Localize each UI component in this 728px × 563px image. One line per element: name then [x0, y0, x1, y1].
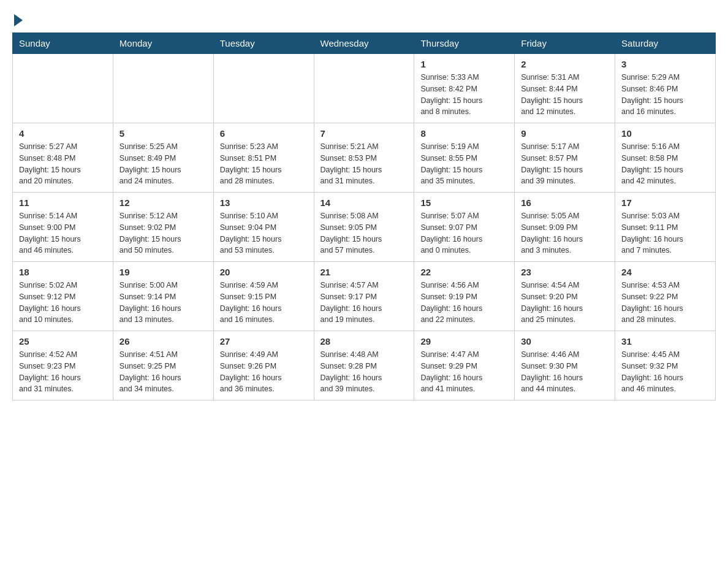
day-number: 29	[420, 336, 508, 347]
day-number: 3	[621, 59, 709, 69]
day-info: Sunrise: 5:25 AM Sunset: 8:49 PM Dayligh…	[119, 141, 207, 187]
day-info: Sunrise: 5:12 AM Sunset: 9:02 PM Dayligh…	[119, 210, 207, 256]
column-header-wednesday: Wednesday	[314, 33, 414, 54]
day-info: Sunrise: 5:14 AM Sunset: 9:00 PM Dayligh…	[19, 210, 107, 256]
day-number: 14	[320, 197, 408, 208]
day-info: Sunrise: 5:10 AM Sunset: 9:04 PM Dayligh…	[220, 210, 308, 256]
calendar-week-row: 11Sunrise: 5:14 AM Sunset: 9:00 PM Dayli…	[13, 193, 716, 262]
calendar-week-row: 1Sunrise: 5:33 AM Sunset: 8:42 PM Daylig…	[13, 54, 716, 123]
day-number: 10	[621, 128, 709, 139]
day-info: Sunrise: 4:51 AM Sunset: 9:25 PM Dayligh…	[119, 349, 207, 395]
day-number: 12	[119, 197, 207, 208]
day-number: 20	[220, 267, 308, 277]
day-number: 25	[19, 336, 107, 347]
calendar-week-row: 25Sunrise: 4:52 AM Sunset: 9:23 PM Dayli…	[13, 331, 716, 400]
calendar-cell: 24Sunrise: 4:53 AM Sunset: 9:22 PM Dayli…	[615, 262, 716, 331]
day-number: 1	[420, 59, 508, 69]
day-info: Sunrise: 5:27 AM Sunset: 8:48 PM Dayligh…	[19, 141, 107, 187]
calendar-cell: 3Sunrise: 5:29 AM Sunset: 8:46 PM Daylig…	[615, 54, 716, 123]
calendar-header-row: SundayMondayTuesdayWednesdayThursdayFrid…	[13, 33, 716, 54]
day-info: Sunrise: 5:02 AM Sunset: 9:12 PM Dayligh…	[19, 280, 107, 326]
day-info: Sunrise: 4:46 AM Sunset: 9:30 PM Dayligh…	[521, 349, 609, 395]
day-number: 6	[220, 128, 308, 139]
calendar-cell: 19Sunrise: 5:00 AM Sunset: 9:14 PM Dayli…	[113, 262, 213, 331]
calendar-cell: 5Sunrise: 5:25 AM Sunset: 8:49 PM Daylig…	[113, 123, 213, 193]
day-number: 27	[220, 336, 308, 347]
calendar-week-row: 4Sunrise: 5:27 AM Sunset: 8:48 PM Daylig…	[13, 123, 716, 193]
day-number: 15	[420, 197, 508, 208]
calendar-week-row: 18Sunrise: 5:02 AM Sunset: 9:12 PM Dayli…	[13, 262, 716, 331]
day-info: Sunrise: 5:03 AM Sunset: 9:11 PM Dayligh…	[621, 210, 709, 256]
day-info: Sunrise: 4:45 AM Sunset: 9:32 PM Dayligh…	[621, 349, 709, 395]
day-info: Sunrise: 4:53 AM Sunset: 9:22 PM Dayligh…	[621, 280, 709, 326]
calendar-cell	[314, 54, 414, 123]
day-number: 19	[119, 267, 207, 277]
day-number: 7	[320, 128, 408, 139]
day-info: Sunrise: 4:49 AM Sunset: 9:26 PM Dayligh…	[220, 349, 308, 395]
calendar-cell: 23Sunrise: 4:54 AM Sunset: 9:20 PM Dayli…	[515, 262, 615, 331]
day-info: Sunrise: 5:23 AM Sunset: 8:51 PM Dayligh…	[220, 141, 308, 187]
calendar-cell: 16Sunrise: 5:05 AM Sunset: 9:09 PM Dayli…	[515, 193, 615, 262]
day-info: Sunrise: 4:48 AM Sunset: 9:28 PM Dayligh…	[320, 349, 408, 395]
day-number: 24	[621, 267, 709, 277]
day-number: 17	[621, 197, 709, 208]
calendar-cell: 4Sunrise: 5:27 AM Sunset: 8:48 PM Daylig…	[13, 123, 113, 193]
calendar-cell	[213, 54, 314, 123]
calendar-cell: 12Sunrise: 5:12 AM Sunset: 9:02 PM Dayli…	[113, 193, 213, 262]
logo-arrow-icon	[14, 14, 23, 26]
calendar-table: SundayMondayTuesdayWednesdayThursdayFrid…	[12, 33, 716, 400]
day-info: Sunrise: 5:21 AM Sunset: 8:53 PM Dayligh…	[320, 141, 408, 187]
day-number: 22	[420, 267, 508, 277]
day-number: 13	[220, 197, 308, 208]
day-number: 31	[621, 336, 709, 347]
day-info: Sunrise: 5:00 AM Sunset: 9:14 PM Dayligh…	[119, 280, 207, 326]
day-number: 21	[320, 267, 408, 277]
calendar-cell: 7Sunrise: 5:21 AM Sunset: 8:53 PM Daylig…	[314, 123, 414, 193]
column-header-thursday: Thursday	[414, 33, 515, 54]
calendar-cell: 13Sunrise: 5:10 AM Sunset: 9:04 PM Dayli…	[213, 193, 314, 262]
calendar-cell: 20Sunrise: 4:59 AM Sunset: 9:15 PM Dayli…	[213, 262, 314, 331]
day-number: 8	[420, 128, 508, 139]
column-header-saturday: Saturday	[615, 33, 716, 54]
column-header-monday: Monday	[113, 33, 213, 54]
day-info: Sunrise: 5:07 AM Sunset: 9:07 PM Dayligh…	[420, 210, 508, 256]
day-info: Sunrise: 4:56 AM Sunset: 9:19 PM Dayligh…	[420, 280, 508, 326]
calendar-cell: 18Sunrise: 5:02 AM Sunset: 9:12 PM Dayli…	[13, 262, 113, 331]
day-info: Sunrise: 5:29 AM Sunset: 8:46 PM Dayligh…	[621, 72, 709, 118]
calendar-cell: 25Sunrise: 4:52 AM Sunset: 9:23 PM Dayli…	[13, 331, 113, 400]
day-number: 28	[320, 336, 408, 347]
day-info: Sunrise: 5:17 AM Sunset: 8:57 PM Dayligh…	[521, 141, 609, 187]
day-info: Sunrise: 5:05 AM Sunset: 9:09 PM Dayligh…	[521, 210, 609, 256]
calendar-cell: 26Sunrise: 4:51 AM Sunset: 9:25 PM Dayli…	[113, 331, 213, 400]
day-info: Sunrise: 5:19 AM Sunset: 8:55 PM Dayligh…	[420, 141, 508, 187]
calendar-cell: 22Sunrise: 4:56 AM Sunset: 9:19 PM Dayli…	[414, 262, 515, 331]
calendar-cell: 14Sunrise: 5:08 AM Sunset: 9:05 PM Dayli…	[314, 193, 414, 262]
calendar-cell: 9Sunrise: 5:17 AM Sunset: 8:57 PM Daylig…	[515, 123, 615, 193]
calendar-cell: 28Sunrise: 4:48 AM Sunset: 9:28 PM Dayli…	[314, 331, 414, 400]
day-info: Sunrise: 4:52 AM Sunset: 9:23 PM Dayligh…	[19, 349, 107, 395]
calendar-cell: 11Sunrise: 5:14 AM Sunset: 9:00 PM Dayli…	[13, 193, 113, 262]
logo	[12, 12, 23, 26]
calendar-cell: 30Sunrise: 4:46 AM Sunset: 9:30 PM Dayli…	[515, 331, 615, 400]
day-number: 23	[521, 267, 609, 277]
calendar-cell	[113, 54, 213, 123]
day-number: 30	[521, 336, 609, 347]
calendar-cell: 15Sunrise: 5:07 AM Sunset: 9:07 PM Dayli…	[414, 193, 515, 262]
day-info: Sunrise: 5:16 AM Sunset: 8:58 PM Dayligh…	[621, 141, 709, 187]
day-info: Sunrise: 5:33 AM Sunset: 8:42 PM Dayligh…	[420, 72, 508, 118]
day-info: Sunrise: 4:59 AM Sunset: 9:15 PM Dayligh…	[220, 280, 308, 326]
column-header-sunday: Sunday	[13, 33, 113, 54]
day-number: 11	[19, 197, 107, 208]
calendar-cell: 2Sunrise: 5:31 AM Sunset: 8:44 PM Daylig…	[515, 54, 615, 123]
day-info: Sunrise: 5:31 AM Sunset: 8:44 PM Dayligh…	[521, 72, 609, 118]
calendar-cell: 1Sunrise: 5:33 AM Sunset: 8:42 PM Daylig…	[414, 54, 515, 123]
day-number: 5	[119, 128, 207, 139]
calendar-cell: 6Sunrise: 5:23 AM Sunset: 8:51 PM Daylig…	[213, 123, 314, 193]
day-number: 26	[119, 336, 207, 347]
calendar-cell: 21Sunrise: 4:57 AM Sunset: 9:17 PM Dayli…	[314, 262, 414, 331]
day-number: 9	[521, 128, 609, 139]
calendar-cell: 29Sunrise: 4:47 AM Sunset: 9:29 PM Dayli…	[414, 331, 515, 400]
day-number: 4	[19, 128, 107, 139]
calendar-cell: 17Sunrise: 5:03 AM Sunset: 9:11 PM Dayli…	[615, 193, 716, 262]
day-info: Sunrise: 4:47 AM Sunset: 9:29 PM Dayligh…	[420, 349, 508, 395]
